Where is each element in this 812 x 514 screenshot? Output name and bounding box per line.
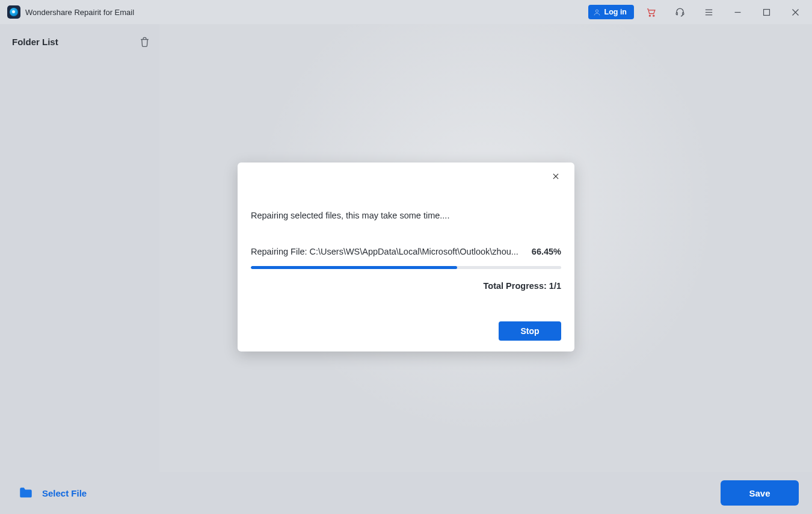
save-button[interactable]: Save (721, 480, 799, 506)
sidebar-title: Folder List (12, 37, 58, 47)
user-icon (593, 8, 601, 16)
total-progress-label: Total Progress: (484, 281, 549, 291)
svg-point-1 (649, 15, 650, 16)
cart-icon[interactable] (639, 0, 663, 24)
svg-point-2 (653, 15, 654, 16)
svg-point-0 (595, 10, 598, 12)
footer-bar: Select File Save (0, 472, 812, 514)
maximize-icon[interactable] (754, 0, 778, 24)
file-progress-percent: 66.45% (532, 247, 561, 256)
progress-bar (251, 266, 561, 269)
dialog-close-icon[interactable] (550, 171, 561, 182)
app-title: Wondershare Repairit for Email (25, 8, 134, 17)
repairing-file-path: Repairing File: C:\Users\WS\AppData\Loca… (251, 247, 520, 256)
menu-icon[interactable] (697, 0, 721, 24)
sidebar: Folder List (0, 24, 159, 472)
dialog-message: Repairing selected files, this may take … (251, 211, 561, 220)
repair-progress-dialog: Repairing selected files, this may take … (238, 163, 574, 351)
minimize-icon[interactable] (725, 0, 749, 24)
svg-rect-7 (763, 9, 769, 15)
repairing-file-prefix: Repairing File: (251, 247, 310, 256)
login-button[interactable]: Log in (588, 5, 635, 19)
total-progress-value: 1/1 (549, 281, 561, 291)
support-icon[interactable] (668, 0, 692, 24)
select-file-button[interactable]: Select File (18, 485, 87, 501)
progress-bar-fill (251, 266, 457, 269)
select-file-label: Select File (42, 488, 87, 498)
repairing-file-value: C:\Users\WS\AppData\Local\Microsoft\Outl… (310, 247, 518, 256)
app-logo-icon (7, 5, 20, 19)
stop-button[interactable]: Stop (499, 321, 561, 341)
folder-icon (18, 485, 34, 501)
title-bar: Wondershare Repairit for Email Log in (0, 0, 812, 24)
total-progress: Total Progress: 1/1 (251, 281, 561, 291)
trash-icon[interactable] (138, 35, 151, 48)
login-button-label: Log in (604, 8, 627, 16)
close-window-icon[interactable] (783, 0, 807, 24)
